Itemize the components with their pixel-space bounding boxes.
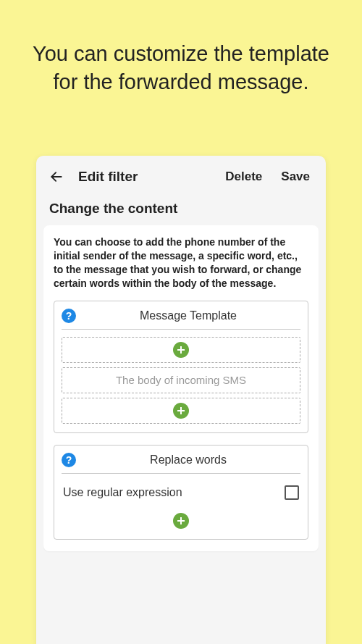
- promo-line-2: for the forwarded message.: [14, 68, 348, 96]
- app-bar: Edit filter Delete Save: [36, 156, 326, 198]
- content-card: You can choose to add the phone number o…: [43, 225, 319, 551]
- section-description: You can choose to add the phone number o…: [54, 235, 308, 290]
- plus-icon: [173, 403, 189, 419]
- delete-button[interactable]: Delete: [219, 165, 268, 188]
- promo-heading: You can customize the template for the f…: [0, 0, 362, 96]
- regex-label: Use regular expression: [63, 486, 182, 499]
- add-template-slot-after[interactable]: [62, 398, 300, 424]
- template-body-slot[interactable]: The body of incoming SMS: [62, 367, 300, 393]
- regex-row[interactable]: Use regular expression: [62, 481, 300, 510]
- app-screen: Edit filter Delete Save Change the conte…: [36, 156, 326, 644]
- plus-icon: [173, 342, 189, 358]
- save-button[interactable]: Save: [275, 165, 316, 188]
- help-icon[interactable]: ?: [62, 453, 76, 467]
- regex-checkbox[interactable]: [285, 485, 299, 500]
- message-template-panel: ? Message Template The body of incoming …: [54, 301, 308, 433]
- plus-icon[interactable]: [173, 513, 189, 529]
- template-body-placeholder: The body of incoming SMS: [116, 374, 246, 386]
- message-template-header: ? Message Template: [62, 309, 300, 330]
- replace-words-header: ? Replace words: [62, 453, 300, 474]
- replace-words-panel: ? Replace words Use regular expression: [54, 445, 308, 540]
- back-icon[interactable]: [46, 170, 67, 184]
- help-icon[interactable]: ?: [62, 309, 76, 323]
- replace-words-title: Replace words: [76, 453, 300, 467]
- section-title: Change the content: [36, 198, 326, 225]
- page-title: Edit filter: [78, 169, 138, 185]
- message-template-title: Message Template: [76, 309, 300, 322]
- add-replacement-row: [62, 510, 300, 530]
- add-template-slot-before[interactable]: [62, 337, 300, 363]
- promo-line-1: You can customize the template: [14, 40, 348, 68]
